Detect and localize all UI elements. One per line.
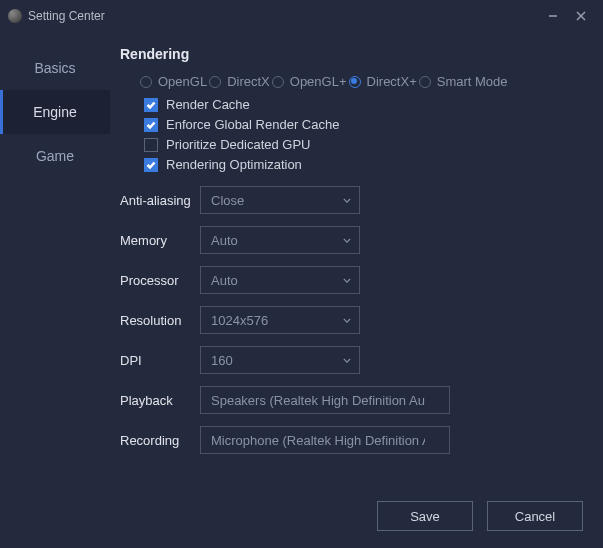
check-render-cache[interactable]: Render Cache [144, 97, 589, 112]
select-playback[interactable]: Speakers (Realtek High Definition Audio) [200, 386, 450, 414]
row-playback: Playback Speakers (Realtek High Definiti… [120, 386, 589, 414]
radio-dot-icon [272, 76, 284, 88]
check-rendering-optimization[interactable]: Rendering Optimization [144, 157, 589, 172]
select-value: Auto [211, 273, 238, 288]
rendering-checks: Render Cache Enforce Global Render Cache… [144, 97, 589, 172]
content-panel: Rendering OpenGL DirectX OpenGL+ DirectX… [110, 32, 603, 484]
row-antialias: Anti-aliasing Close [120, 186, 589, 214]
label-dpi: DPI [120, 353, 200, 368]
minimize-button[interactable] [539, 2, 567, 30]
row-resolution: Resolution 1024x576 [120, 306, 589, 334]
sidebar-item-label: Game [36, 148, 74, 164]
save-button[interactable]: Save [377, 501, 473, 531]
row-dpi: DPI 160 [120, 346, 589, 374]
button-label: Save [410, 509, 440, 524]
select-value: 160 [211, 353, 233, 368]
radio-dot-icon [140, 76, 152, 88]
checkbox-icon [144, 158, 158, 172]
select-antialias[interactable]: Close [200, 186, 360, 214]
sidebar-item-game[interactable]: Game [0, 134, 110, 178]
checkbox-icon [144, 138, 158, 152]
label-playback: Playback [120, 393, 200, 408]
radio-dot-icon [209, 76, 221, 88]
select-value: Microphone (Realtek High Definition Audi… [211, 433, 425, 448]
label-memory: Memory [120, 233, 200, 248]
window-title: Setting Center [28, 9, 539, 23]
select-value: Auto [211, 233, 238, 248]
cancel-button[interactable]: Cancel [487, 501, 583, 531]
radio-smartmode[interactable]: Smart Mode [419, 74, 508, 89]
row-recording: Recording Microphone (Realtek High Defin… [120, 426, 589, 454]
row-processor: Processor Auto [120, 266, 589, 294]
settings-window: Setting Center Basics Engine Game Render… [0, 0, 603, 548]
check-label: Enforce Global Render Cache [166, 117, 339, 132]
label-resolution: Resolution [120, 313, 200, 328]
select-dpi[interactable]: 160 [200, 346, 360, 374]
sidebar-item-label: Engine [33, 104, 77, 120]
select-resolution[interactable]: 1024x576 [200, 306, 360, 334]
chevron-down-icon [343, 353, 351, 368]
checkbox-icon [144, 98, 158, 112]
section-title-rendering: Rendering [120, 46, 589, 62]
sidebar-item-engine[interactable]: Engine [0, 90, 110, 134]
footer: Save Cancel [0, 484, 603, 548]
chevron-down-icon [343, 313, 351, 328]
check-label: Rendering Optimization [166, 157, 302, 172]
sidebar-item-basics[interactable]: Basics [0, 46, 110, 90]
radio-label: Smart Mode [437, 74, 508, 89]
label-antialias: Anti-aliasing [120, 193, 200, 208]
radio-openglplus[interactable]: OpenGL+ [272, 74, 347, 89]
row-memory: Memory Auto [120, 226, 589, 254]
radio-label: DirectX+ [367, 74, 417, 89]
radio-label: DirectX [227, 74, 270, 89]
radio-opengl[interactable]: OpenGL [140, 74, 207, 89]
radio-directxplus[interactable]: DirectX+ [349, 74, 417, 89]
chevron-down-icon [343, 233, 351, 248]
app-icon [8, 9, 22, 23]
radio-dot-icon [349, 76, 361, 88]
select-value: 1024x576 [211, 313, 268, 328]
titlebar: Setting Center [0, 0, 603, 32]
rendering-mode-group: OpenGL DirectX OpenGL+ DirectX+ Smart Mo… [140, 74, 589, 89]
label-recording: Recording [120, 433, 200, 448]
radio-directx[interactable]: DirectX [209, 74, 270, 89]
radio-label: OpenGL [158, 74, 207, 89]
check-label: Prioritize Dedicated GPU [166, 137, 311, 152]
close-button[interactable] [567, 2, 595, 30]
select-processor[interactable]: Auto [200, 266, 360, 294]
select-memory[interactable]: Auto [200, 226, 360, 254]
select-recording[interactable]: Microphone (Realtek High Definition Audi… [200, 426, 450, 454]
button-label: Cancel [515, 509, 555, 524]
sidebar: Basics Engine Game [0, 32, 110, 484]
select-value: Speakers (Realtek High Definition Audio) [211, 393, 425, 408]
select-value: Close [211, 193, 244, 208]
radio-dot-icon [419, 76, 431, 88]
chevron-down-icon [343, 193, 351, 208]
check-prioritize-gpu[interactable]: Prioritize Dedicated GPU [144, 137, 589, 152]
body: Basics Engine Game Rendering OpenGL Dire… [0, 32, 603, 484]
sidebar-item-label: Basics [34, 60, 75, 76]
label-processor: Processor [120, 273, 200, 288]
chevron-down-icon [343, 273, 351, 288]
radio-label: OpenGL+ [290, 74, 347, 89]
checkbox-icon [144, 118, 158, 132]
check-enforce-global-cache[interactable]: Enforce Global Render Cache [144, 117, 589, 132]
check-label: Render Cache [166, 97, 250, 112]
